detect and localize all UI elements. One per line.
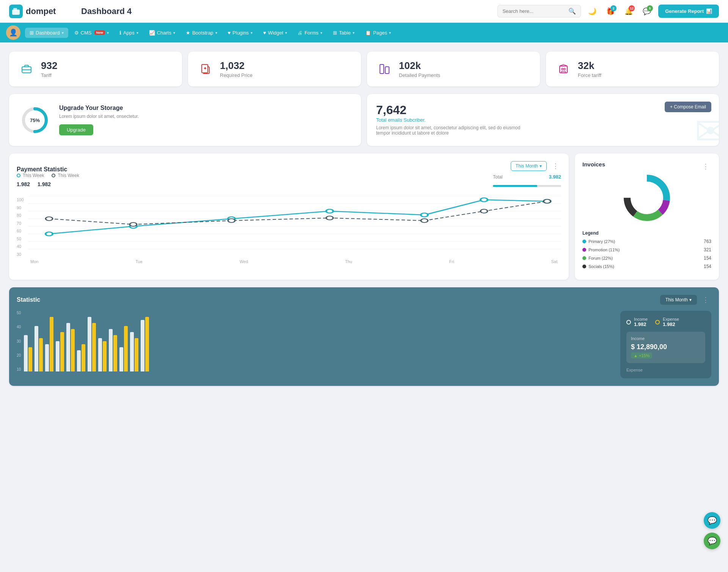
svg-point-22 bbox=[46, 232, 53, 236]
svg-point-26 bbox=[421, 213, 428, 217]
forum-dot bbox=[582, 256, 586, 260]
nav-item-table[interactable]: ⊞ Table ▾ bbox=[328, 28, 359, 38]
chevron-down-icon: ▾ bbox=[320, 31, 322, 35]
chevron-down-icon: ▾ bbox=[215, 31, 217, 35]
email-card: + Compose Email 7,642 Total emails Subcr… bbox=[367, 94, 719, 146]
legend-values: 1.982 1.982 bbox=[17, 181, 79, 187]
chat-icon[interactable]: 💬 5 bbox=[640, 5, 654, 18]
nav-item-widget[interactable]: ♥ Widget ▾ bbox=[259, 28, 292, 38]
nav-item-apps[interactable]: ℹ Apps ▾ bbox=[115, 28, 143, 38]
expense-dot bbox=[655, 320, 660, 324]
nav-item-charts[interactable]: 📈 Charts ▾ bbox=[144, 28, 180, 38]
pages-icon: 📋 bbox=[365, 30, 371, 36]
building-icon bbox=[555, 61, 572, 77]
chart-title-area: Payment Statistic This Week This Week 1.… bbox=[17, 166, 79, 187]
nav-item-pages[interactable]: 📋 Pages ▾ bbox=[361, 28, 395, 38]
stat-value: 1,032 bbox=[220, 60, 253, 72]
legend-dot-dark bbox=[52, 174, 55, 177]
chevron-down-icon: ▾ bbox=[389, 31, 391, 35]
nav-item-forms[interactable]: 🖨 Forms ▾ bbox=[293, 28, 327, 38]
payment-statistic-card: Payment Statistic This Week This Week 1.… bbox=[9, 154, 569, 280]
chart-header: Payment Statistic This Week This Week 1.… bbox=[17, 161, 561, 192]
nav-item-cms[interactable]: ⚙ CMS New ▾ bbox=[70, 28, 113, 38]
income-box: Income $ 12,890,00 ▲ +15% bbox=[626, 332, 705, 363]
promotion-dot bbox=[582, 248, 586, 252]
statistic-body: 50 40 30 20 10 bbox=[17, 311, 711, 378]
chart-icon bbox=[376, 61, 393, 77]
cms-icon: ⚙ bbox=[74, 30, 79, 36]
svg-point-27 bbox=[480, 198, 488, 202]
chevron-down-icon: ▾ bbox=[107, 31, 109, 35]
nav-item-dashboard[interactable]: ⊞ Dashboard ▾ bbox=[25, 28, 68, 38]
bar-group-8 bbox=[98, 338, 107, 371]
y-axis: 100 90 80 70 60 50 40 30 bbox=[17, 196, 28, 257]
statistic-more-icon[interactable]: ⋮ bbox=[700, 295, 711, 305]
statistic-this-month-button[interactable]: This Month ▾ bbox=[660, 295, 697, 305]
bar-group-3 bbox=[45, 317, 53, 371]
charts-icon: 📈 bbox=[149, 30, 155, 36]
chevron-down-icon: ▾ bbox=[173, 31, 175, 35]
bar-group-12 bbox=[141, 317, 149, 371]
nav-item-plugins[interactable]: ♥ Plugins ▾ bbox=[223, 28, 257, 38]
chart-controls-row: This Month ▾ ⋮ bbox=[511, 161, 561, 171]
invoices-more-icon[interactable]: ⋮ bbox=[700, 161, 711, 171]
gift-badge: 2 bbox=[610, 5, 617, 11]
invoices-title: Invoices bbox=[582, 161, 605, 168]
chart-area bbox=[28, 196, 561, 258]
moon-icon[interactable]: 🌙 bbox=[585, 5, 599, 18]
primary-dot bbox=[582, 240, 586, 243]
legend-item-2: This Week bbox=[52, 173, 79, 178]
logo-text: dompet bbox=[26, 6, 56, 16]
svg-rect-9 bbox=[560, 66, 567, 73]
search-input[interactable] bbox=[502, 8, 566, 14]
legend-dot-teal bbox=[17, 174, 20, 177]
legend-promotion: Promotion (11%) 321 bbox=[582, 247, 711, 252]
apps-icon: ℹ bbox=[119, 30, 121, 36]
stat-label: Force tariff bbox=[578, 72, 601, 78]
bar-group-6 bbox=[77, 344, 85, 371]
bar-group-1 bbox=[24, 335, 32, 371]
stat-value: 102k bbox=[399, 60, 440, 72]
bell-icon[interactable]: 🔔 12 bbox=[622, 5, 635, 18]
x-axis-labels: Mon Tue Wed Thu Fri Sat bbox=[17, 259, 561, 264]
expense-item: Expense 1.982 bbox=[655, 317, 679, 327]
income-badge: ▲ +15% bbox=[631, 353, 652, 359]
invoices-donut bbox=[582, 171, 711, 224]
upgrade-button[interactable]: Upgrade bbox=[59, 124, 93, 135]
charts-row: Payment Statistic This Week This Week 1.… bbox=[9, 154, 719, 280]
file-plus-icon bbox=[197, 61, 214, 77]
bar-y-axis: 50 40 30 20 10 bbox=[17, 311, 24, 371]
page-title: Dashboard 4 bbox=[81, 6, 490, 16]
stat-card-tariff: 932 Tariff bbox=[9, 52, 182, 86]
chevron-down-icon: ▾ bbox=[540, 163, 542, 169]
legend-socials: Socials (15%) 154 bbox=[582, 264, 711, 269]
gift-icon[interactable]: 🎁 2 bbox=[604, 5, 617, 18]
generate-report-button[interactable]: Generate Report 📊 bbox=[658, 5, 719, 18]
bar-group-9 bbox=[109, 329, 117, 371]
search-bar[interactable]: 🔍 bbox=[497, 5, 581, 17]
stat-card-detailed-payments: 102k Detailed Payments bbox=[367, 52, 540, 86]
income-info: Income 1.982 bbox=[634, 317, 648, 327]
dashboard-icon: ⊞ bbox=[30, 30, 34, 36]
upgrade-content: Upgrade Your Storage Lorem ipsum dolor s… bbox=[59, 105, 139, 135]
total-progress-bar bbox=[493, 185, 561, 187]
this-month-button[interactable]: This Month ▾ bbox=[511, 161, 547, 171]
svg-point-33 bbox=[421, 219, 428, 223]
email-count: 7,642 bbox=[376, 103, 710, 117]
statistic-header: Statistic This Month ▾ ⋮ bbox=[17, 295, 711, 305]
email-subtitle: Total emails Subcriber. bbox=[376, 117, 710, 123]
stat-label: Tariff bbox=[41, 72, 57, 78]
more-options-icon[interactable]: ⋮ bbox=[550, 161, 561, 171]
bootstrap-icon: ★ bbox=[186, 30, 190, 36]
main-content: 932 Tariff 1,032 Required Price 102k Det… bbox=[0, 42, 728, 395]
svg-point-35 bbox=[544, 199, 551, 203]
legend-item-1: This Week bbox=[17, 173, 44, 178]
plugins-icon: ♥ bbox=[228, 30, 231, 36]
invoices-header: Invoices ⋮ bbox=[582, 161, 711, 171]
chevron-down-icon: ▾ bbox=[689, 297, 692, 302]
bar-group-10 bbox=[119, 326, 128, 371]
header: dompet Dashboard 4 🔍 🌙 🎁 2 🔔 12 💬 5 Gene… bbox=[0, 0, 728, 23]
line-chart-svg bbox=[28, 196, 561, 257]
stat-info: 1,032 Required Price bbox=[220, 60, 253, 78]
nav-item-bootstrap[interactable]: ★ Bootstrap ▾ bbox=[181, 28, 222, 38]
